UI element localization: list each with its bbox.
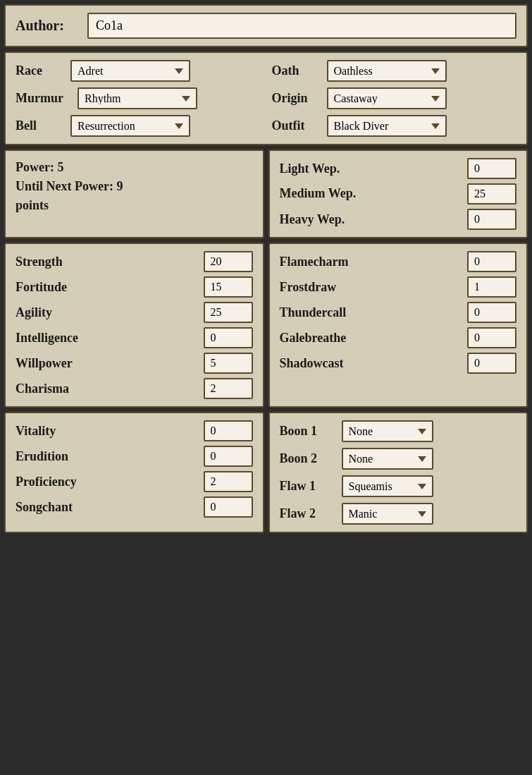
power-section: Power: 5 Until Next Power: 9 points: [4, 149, 264, 238]
boon1-row: Boon 1 None: [280, 420, 517, 442]
author-section: Author:: [4, 4, 528, 47]
songchant-label: Songchant: [16, 500, 198, 515]
thundercall-label: Thundercall: [280, 305, 462, 320]
murmur-row: Murmur Rhythm: [16, 87, 261, 109]
stats-magic-row: Strength Fortitude Agility Intelligence …: [4, 243, 528, 408]
origin-row: Origin Castaway: [272, 87, 517, 109]
proficiency-label: Proficiency: [16, 475, 198, 489]
erudition-label: Erudition: [16, 449, 198, 464]
shadowcast-input[interactable]: [467, 353, 516, 374]
agility-label: Agility: [16, 305, 198, 320]
oath-row: Oath Oathless: [272, 60, 517, 82]
weapons-section: Light Wep. Medium Wep. Heavy Wep.: [268, 149, 528, 238]
shadowcast-row: Shadowcast: [280, 353, 517, 374]
light-wep-row: Light Wep.: [280, 158, 517, 179]
outfit-select[interactable]: Black Diver: [327, 115, 447, 137]
strength-row: Strength: [16, 251, 253, 272]
erudition-row: Erudition: [16, 446, 253, 467]
intelligence-row: Intelligence: [16, 327, 253, 348]
strength-label: Strength: [16, 255, 198, 269]
power-weapons-row: Power: 5 Until Next Power: 9 points Ligh…: [4, 149, 528, 238]
bell-label: Bell: [16, 118, 65, 133]
origin-select[interactable]: Castaway: [327, 87, 447, 109]
until-suffix: points: [16, 198, 49, 212]
galebreathe-label: Galebreathe: [280, 331, 462, 346]
boon1-label: Boon 1: [280, 424, 336, 439]
fortitude-row: Fortitude: [16, 276, 253, 298]
galebreathe-input[interactable]: [467, 327, 516, 348]
frostdraw-row: Frostdraw: [280, 276, 517, 298]
flaw1-row: Flaw 1 Squeamis: [280, 475, 517, 497]
heavy-wep-label: Heavy Wep.: [280, 212, 462, 227]
outfit-label: Outfit: [272, 118, 321, 133]
oath-label: Oath: [272, 63, 321, 78]
flaw1-label: Flaw 1: [280, 479, 336, 494]
flaw1-select[interactable]: Squeamis: [342, 475, 433, 497]
charisma-label: Charisma: [16, 382, 198, 396]
murmur-select[interactable]: Rhythm: [78, 87, 197, 109]
willpower-input[interactable]: [204, 353, 253, 374]
frostdraw-label: Frostdraw: [280, 280, 462, 295]
bell-select[interactable]: Resurrection: [70, 115, 190, 137]
proficiency-input[interactable]: [204, 471, 253, 492]
vitality-row: Vitality: [16, 420, 253, 441]
flaw2-select[interactable]: Manic: [342, 503, 433, 525]
shadowcast-label: Shadowcast: [280, 356, 462, 371]
light-wep-label: Light Wep.: [280, 161, 462, 176]
race-oath-section: Race Adret Murmur Rhythm Bell Resurrecti…: [4, 51, 528, 145]
race-select[interactable]: Adret: [70, 60, 190, 82]
erudition-input[interactable]: [204, 446, 253, 467]
flamecharm-label: Flamecharm: [280, 255, 462, 269]
secondary-boons-row: Vitality Erudition Proficiency Songchant…: [4, 412, 528, 533]
page-wrapper: Author: Race Adret Murmur Rhythm: [0, 0, 532, 775]
willpower-row: Willpower: [16, 353, 253, 374]
agility-row: Agility: [16, 302, 253, 323]
willpower-label: Willpower: [16, 356, 198, 371]
proficiency-row: Proficiency: [16, 471, 253, 492]
author-row: Author:: [16, 13, 516, 39]
murmur-label: Murmur: [16, 91, 72, 106]
race-label: Race: [16, 63, 65, 78]
charisma-input[interactable]: [204, 378, 253, 399]
magic-section: Flamecharm Frostdraw Thundercall Galebre…: [268, 243, 528, 408]
boons-section: Boon 1 None Boon 2 None Flaw 1 Squeamis …: [268, 412, 528, 533]
agility-input[interactable]: [204, 302, 253, 323]
galebreathe-row: Galebreathe: [280, 327, 517, 348]
outfit-row: Outfit Black Diver: [272, 115, 517, 137]
power-label: Power:: [16, 160, 54, 174]
frostdraw-input[interactable]: [467, 276, 516, 298]
flamecharm-input[interactable]: [467, 251, 516, 272]
intelligence-label: Intelligence: [16, 331, 198, 346]
stats-section: Strength Fortitude Agility Intelligence …: [4, 243, 264, 408]
fortitude-input[interactable]: [204, 276, 253, 298]
boon2-select[interactable]: None: [342, 448, 433, 470]
songchant-row: Songchant: [16, 496, 253, 518]
heavy-wep-input[interactable]: [467, 209, 516, 230]
boon1-select[interactable]: None: [342, 420, 433, 442]
author-input[interactable]: [87, 13, 516, 39]
medium-wep-label: Medium Wep.: [280, 186, 462, 202]
until-value: 9: [116, 179, 123, 193]
flamecharm-row: Flamecharm: [280, 251, 517, 272]
medium-wep-row: Medium Wep.: [280, 183, 517, 205]
light-wep-input[interactable]: [467, 158, 516, 179]
author-label: Author:: [16, 18, 79, 34]
fortitude-label: Fortitude: [16, 280, 198, 295]
bell-row: Bell Resurrection: [16, 115, 261, 137]
flaw2-label: Flaw 2: [280, 506, 336, 521]
power-value: 5: [57, 160, 63, 174]
flaw2-row: Flaw 2 Manic: [280, 503, 517, 525]
charisma-row: Charisma: [16, 378, 253, 399]
songchant-input[interactable]: [204, 496, 253, 518]
heavy-wep-row: Heavy Wep.: [280, 209, 517, 230]
vitality-label: Vitality: [16, 424, 198, 439]
intelligence-input[interactable]: [204, 327, 253, 348]
boon2-label: Boon 2: [280, 451, 336, 466]
thundercall-input[interactable]: [467, 302, 516, 323]
boon2-row: Boon 2 None: [280, 448, 517, 470]
medium-wep-input[interactable]: [467, 183, 516, 205]
origin-label: Origin: [272, 91, 321, 106]
strength-input[interactable]: [204, 251, 253, 272]
vitality-input[interactable]: [204, 420, 253, 441]
oath-select[interactable]: Oathless: [327, 60, 447, 82]
